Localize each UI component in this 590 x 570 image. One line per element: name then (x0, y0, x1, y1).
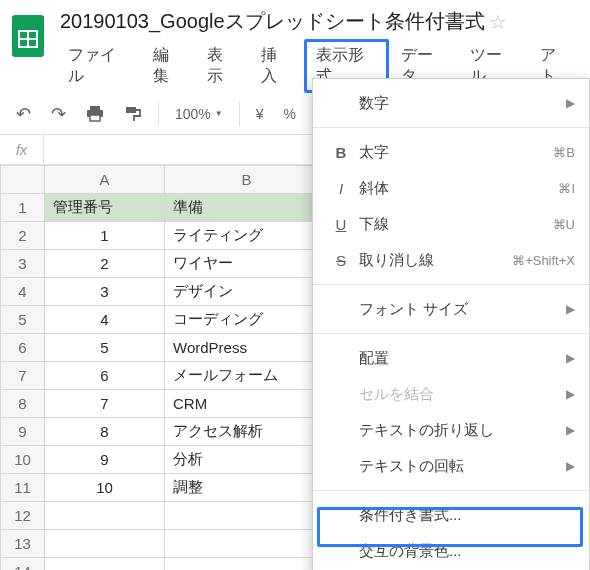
submenu-arrow-icon: ▶ (566, 423, 575, 437)
cell[interactable]: 管理番号 (45, 194, 165, 222)
redo-icon[interactable]: ↷ (41, 103, 76, 125)
cell[interactable]: 10 (45, 474, 165, 502)
cell[interactable]: 2 (45, 250, 165, 278)
currency-button[interactable]: ¥ (246, 106, 274, 122)
row-header[interactable]: 13 (1, 530, 45, 558)
submenu-arrow-icon: ▶ (566, 302, 575, 316)
shortcut: ⌘B (553, 145, 575, 160)
cell[interactable]: WordPress (165, 334, 329, 362)
menu-label: 交互の背景色... (355, 542, 575, 561)
menu-insert[interactable]: 挿入 (249, 39, 303, 93)
row-header[interactable]: 3 (1, 250, 45, 278)
shortcut: ⌘U (553, 217, 575, 232)
cell[interactable]: デザイン (165, 278, 329, 306)
cell[interactable]: ワイヤー (165, 250, 329, 278)
cell[interactable] (45, 530, 165, 558)
separator (158, 102, 159, 126)
percent-button[interactable]: % (274, 106, 306, 122)
col-header-B[interactable]: B (165, 166, 329, 194)
print-icon[interactable] (76, 106, 114, 122)
cell[interactable]: ライティング (165, 222, 329, 250)
row-header[interactable]: 14 (1, 558, 45, 571)
cell[interactable] (165, 558, 329, 571)
menu-label: 条件付き書式... (355, 506, 575, 525)
zoom-selector[interactable]: 100%▼ (165, 106, 233, 122)
document-title[interactable]: 20190103_Googleスプレッドシート条件付書式 (56, 6, 485, 37)
sheets-logo (8, 10, 48, 62)
separator (313, 490, 589, 491)
menu-fontsize[interactable]: フォント サイズ ▶ (313, 291, 589, 327)
strikethrough-icon: S (327, 252, 355, 269)
menu-alternating-colors[interactable]: 交互の背景色... (313, 533, 589, 569)
row-header[interactable]: 8 (1, 390, 45, 418)
separator (239, 102, 240, 126)
menu-label: 数字 (355, 94, 566, 113)
separator (313, 284, 589, 285)
separator (313, 127, 589, 128)
italic-icon: I (327, 180, 355, 197)
row-header[interactable]: 12 (1, 502, 45, 530)
row-header[interactable]: 7 (1, 362, 45, 390)
menu-label: 配置 (355, 349, 566, 368)
bold-icon: B (327, 144, 355, 161)
menu-bold[interactable]: B 太字 ⌘B (313, 134, 589, 170)
row-header[interactable]: 9 (1, 418, 45, 446)
cell[interactable]: メールフォーム (165, 362, 329, 390)
menu-underline[interactable]: U 下線 ⌘U (313, 206, 589, 242)
undo-icon[interactable]: ↶ (6, 103, 41, 125)
cell[interactable]: 3 (45, 278, 165, 306)
row-header[interactable]: 6 (1, 334, 45, 362)
row-header[interactable]: 1 (1, 194, 45, 222)
row-header[interactable]: 2 (1, 222, 45, 250)
paint-icon[interactable] (114, 105, 152, 123)
menu-wrap[interactable]: テキストの折り返し ▶ (313, 412, 589, 448)
cell[interactable]: 6 (45, 362, 165, 390)
cell[interactable] (165, 502, 329, 530)
submenu-arrow-icon: ▶ (566, 96, 575, 110)
cell[interactable] (165, 530, 329, 558)
menu-file[interactable]: ファイル (56, 39, 141, 93)
row-header[interactable]: 11 (1, 474, 45, 502)
cell[interactable]: コーディング (165, 306, 329, 334)
menu-italic[interactable]: I 斜体 ⌘I (313, 170, 589, 206)
row-header[interactable]: 4 (1, 278, 45, 306)
cell[interactable]: 調整 (165, 474, 329, 502)
format-menu-dropdown: 数字 ▶ B 太字 ⌘B I 斜体 ⌘I U 下線 ⌘U S 取り消し線 ⌘+S… (312, 78, 590, 570)
cell[interactable]: 7 (45, 390, 165, 418)
menu-label: テキストの折り返し (355, 421, 566, 440)
cell[interactable]: アクセス解析 (165, 418, 329, 446)
cell[interactable]: 9 (45, 446, 165, 474)
menu-rotate[interactable]: テキストの回転 ▶ (313, 448, 589, 484)
cell[interactable]: 4 (45, 306, 165, 334)
shortcut: ⌘I (558, 181, 575, 196)
menu-label: 取り消し線 (355, 251, 512, 270)
menu-label: フォント サイズ (355, 300, 566, 319)
cell[interactable]: CRM (165, 390, 329, 418)
submenu-arrow-icon: ▶ (566, 387, 575, 401)
cell[interactable]: 準備 (165, 194, 329, 222)
corner-cell[interactable] (1, 166, 45, 194)
shortcut: ⌘+Shift+X (512, 253, 575, 268)
menu-strike[interactable]: S 取り消し線 ⌘+Shift+X (313, 242, 589, 278)
svg-rect-7 (126, 107, 136, 113)
fx-label: fx (0, 135, 44, 164)
row-header[interactable]: 5 (1, 306, 45, 334)
cell[interactable]: 8 (45, 418, 165, 446)
cell[interactable]: 1 (45, 222, 165, 250)
menu-edit[interactable]: 編集 (141, 39, 195, 93)
menu-label: 太字 (355, 143, 553, 162)
star-icon[interactable]: ☆ (489, 10, 507, 34)
menu-merge: セルを結合 ▶ (313, 376, 589, 412)
menu-label: テキストの回転 (355, 457, 566, 476)
menu-align[interactable]: 配置 ▶ (313, 340, 589, 376)
menu-label: 下線 (355, 215, 553, 234)
cell[interactable]: 5 (45, 334, 165, 362)
col-header-A[interactable]: A (45, 166, 165, 194)
menu-view[interactable]: 表示 (195, 39, 249, 93)
menu-number[interactable]: 数字 ▶ (313, 85, 589, 121)
row-header[interactable]: 10 (1, 446, 45, 474)
cell[interactable]: 分析 (165, 446, 329, 474)
cell[interactable] (45, 558, 165, 571)
menu-conditional-formatting[interactable]: 条件付き書式... (313, 497, 589, 533)
cell[interactable] (45, 502, 165, 530)
